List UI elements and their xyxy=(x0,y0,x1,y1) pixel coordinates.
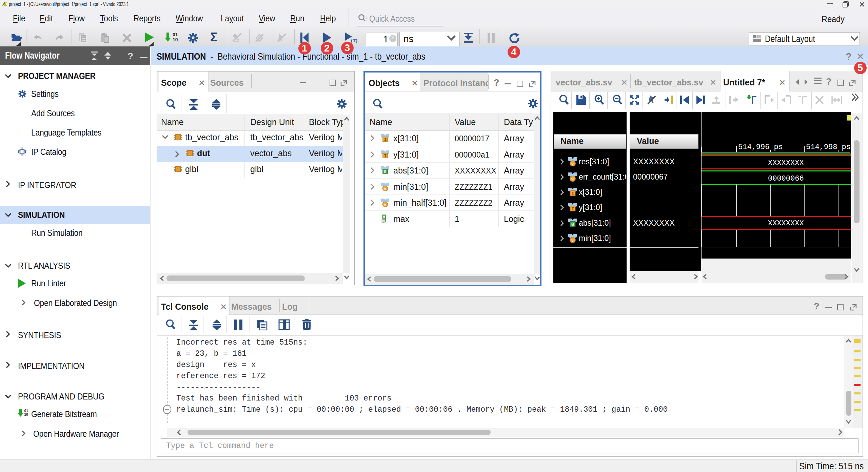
svg-text:10: 10 xyxy=(24,412,28,416)
svg-text:I: I xyxy=(384,137,387,142)
svg-text:01: 01 xyxy=(24,409,28,413)
svg-text:v: v xyxy=(384,203,387,207)
svg-text:v: v xyxy=(571,238,574,243)
svg-text:v: v xyxy=(384,187,387,191)
svg-text:I: I xyxy=(571,191,574,197)
svg-text:0: 0 xyxy=(384,169,387,175)
svg-text:v: v xyxy=(571,177,574,181)
svg-text:10: 10 xyxy=(173,37,178,42)
svg-text:(T): (T) xyxy=(351,38,357,43)
svg-text:I: I xyxy=(384,153,387,159)
svg-text:0: 0 xyxy=(571,222,574,227)
svg-text:I: I xyxy=(571,206,574,212)
svg-text:01: 01 xyxy=(173,32,178,37)
svg-text:v: v xyxy=(571,161,574,166)
